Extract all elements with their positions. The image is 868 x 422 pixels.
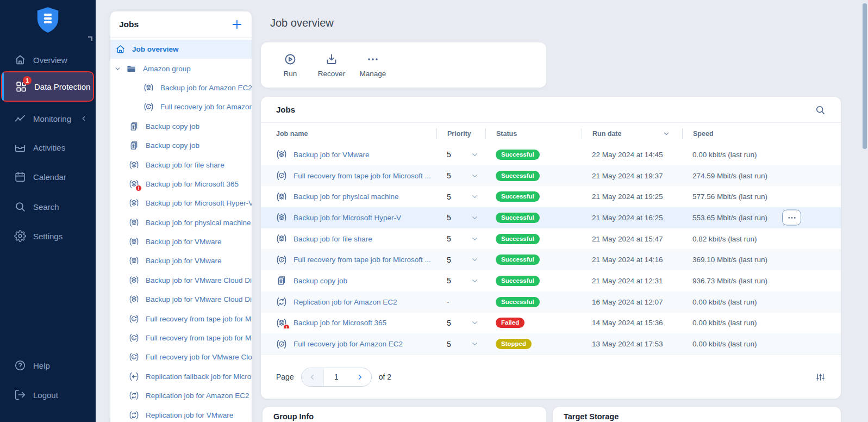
table-row[interactable]: Replication job for Amazon EC2-Successfu…	[261, 291, 841, 313]
sidebar-item-label: Activities	[33, 143, 65, 152]
sidebar-collapse-handle-icon[interactable]	[88, 34, 93, 39]
column-header-priority[interactable]: Priority	[436, 128, 485, 139]
tree-item-backup-copy-job[interactable]: Backup copy job	[110, 117, 252, 136]
recover-button[interactable]: Recover	[311, 48, 352, 83]
chevron-left-icon[interactable]	[80, 115, 88, 122]
tree-item-backup-job-for-microsoft-hyper-v[interactable]: Backup job for Microsoft Hyper-V	[110, 194, 252, 213]
chevron-down-icon[interactable]	[471, 235, 479, 243]
tree-item-label: Backup job for Microsoft 365	[146, 180, 239, 188]
job-name-link[interactable]: Backup copy job	[294, 277, 347, 285]
tree-item-job-overview[interactable]: Job overview	[110, 40, 252, 59]
job-name-link[interactable]: Full recovery from tape job for Microsof…	[294, 172, 431, 180]
tree-item-amazon-group[interactable]: Amazon group	[110, 59, 252, 78]
tree-item-backup-job-for-vmware-cloud-director[interactable]: Backup job for VMware Cloud Director	[110, 290, 252, 309]
chevron-down-icon[interactable]	[471, 172, 479, 180]
jobs-panel-title: Jobs	[119, 20, 139, 29]
tree-item-backup-copy-job[interactable]: Backup copy job	[110, 136, 252, 155]
table-row[interactable]: !Backup job for Microsoft 3655Failed14 M…	[261, 313, 841, 334]
pager-control: 1	[301, 368, 372, 387]
job-name-link[interactable]: Full recovery job for Amazon EC2	[294, 340, 403, 348]
tree-item-replication-job-for-amazon-ec2[interactable]: Replication job for Amazon EC2	[110, 386, 252, 405]
tree-item-full-recovery-job-for-vmware-cloud-director[interactable]: Full recovery job for VMware Cloud Direc…	[110, 347, 252, 367]
target-storage-title: Target Storage	[564, 412, 841, 421]
target-storage-card: Target Storage	[553, 407, 841, 422]
sidebar-item-monitoring[interactable]: Monitoring	[0, 109, 96, 128]
column-header-speed[interactable]: Speed	[682, 128, 841, 139]
sidebar-item-activities[interactable]: Activities	[0, 138, 96, 157]
run-date-cell: 21 May 2024 at 12:31	[582, 277, 682, 285]
priority-cell: 5	[436, 193, 485, 201]
vertical-scrollbar-thumb[interactable]	[863, 3, 867, 149]
sidebar-item-logout[interactable]: Logout	[0, 385, 96, 405]
job-name-link[interactable]: Full recovery from tape job for Microsof…	[294, 256, 431, 264]
chevron-down-icon[interactable]	[471, 340, 479, 348]
table-row[interactable]: Backup job for physical machine5Successf…	[261, 186, 841, 207]
job-name-link[interactable]: Backup job for file share	[294, 235, 372, 243]
run-date-cell: 21 May 2024 at 19:37	[582, 172, 682, 180]
chevron-down-icon[interactable]	[471, 319, 479, 327]
table-row[interactable]: Full recovery from tape job for Microsof…	[261, 165, 841, 187]
tree-item-backup-job-for-physical-machine[interactable]: Backup job for physical machine	[110, 213, 252, 232]
run-date-cell: 22 May 2024 at 14:45	[582, 151, 682, 159]
column-settings-sliders-icon[interactable]	[815, 372, 826, 382]
chevron-down-icon[interactable]	[471, 256, 479, 264]
job-name-cell: Backup job for file share	[276, 233, 436, 244]
table-row[interactable]: Backup job for file share5Successful21 M…	[261, 228, 841, 250]
sidebar-item-help[interactable]: Help	[0, 356, 96, 375]
settings-icon	[14, 230, 26, 242]
job-name-link[interactable]: Backup job for Microsoft 365	[294, 319, 386, 327]
row-actions-ellipsis-button[interactable]	[782, 210, 801, 226]
column-header-job-name[interactable]: Job name	[276, 128, 436, 139]
recovery-job-icon	[129, 314, 139, 324]
search-icon[interactable]	[815, 104, 826, 115]
speed-cell: 0.00 kbit/s (last run)	[682, 298, 841, 306]
tree-item-label: Replication job for Amazon EC2	[146, 392, 249, 400]
run-button[interactable]: Run	[270, 48, 311, 83]
tree-item-backup-job-for-vmware[interactable]: Backup job for VMware	[110, 232, 252, 251]
chevron-down-icon[interactable]	[471, 214, 479, 222]
job-name-cell: Full recovery job for Amazon EC2	[276, 339, 436, 350]
column-header-status[interactable]: Status	[485, 128, 582, 139]
tree-item-backup-job-for-amazon-ec2[interactable]: Backup job for Amazon EC2	[110, 78, 252, 97]
table-row[interactable]: Backup job for VMware5Successful22 May 2…	[261, 144, 841, 165]
table-row[interactable]: Backup job for Microsoft Hyper-V5Success…	[261, 207, 841, 228]
tree-item-backup-job-for-vmware-cloud-director[interactable]: Backup job for VMware Cloud Director	[110, 271, 252, 290]
table-row[interactable]: Full recovery from tape job for Microsof…	[261, 249, 841, 270]
previous-page-button[interactable]	[302, 368, 324, 386]
tree-item-replication-failback-job-for-microsoft-hyper-v[interactable]: Replication failback job for Microsoft H…	[110, 367, 252, 386]
pagination-page-label: Page	[276, 373, 294, 381]
sidebar-item-overview[interactable]: Overview	[0, 50, 96, 70]
chevron-down-icon[interactable]	[471, 277, 479, 285]
table-row[interactable]: Backup copy job5Successful21 May 2024 at…	[261, 270, 841, 291]
manage-button[interactable]: Manage	[352, 48, 394, 83]
tree-item-backup-job-for-file-share[interactable]: Backup job for file share	[110, 155, 252, 174]
column-header-run-date[interactable]: Run date	[582, 128, 682, 139]
sidebar-item-label: Help	[33, 361, 50, 370]
tree-item-full-recovery-job-for-amazon-ec2[interactable]: Full recovery job for Amazon EC2	[110, 97, 252, 116]
job-name-cell: Backup job for VMware	[276, 149, 436, 160]
tree-item-backup-job-for-microsoft-365[interactable]: !Backup job for Microsoft 365	[110, 175, 252, 194]
tree-item-replication-job-for-vmware[interactable]: Replication job for VMware	[110, 405, 252, 422]
table-row[interactable]: Full recovery job for Amazon EC25Stopped…	[261, 333, 841, 355]
status-cell: Successful	[485, 234, 582, 244]
chevron-down-icon[interactable]	[471, 151, 479, 159]
job-name-link[interactable]: Backup job for physical machine	[294, 193, 399, 201]
next-page-button[interactable]	[349, 368, 371, 386]
tree-item-full-recovery-from-tape-job-for-microsoft-365[interactable]: Full recovery from tape job for Microsof…	[110, 328, 252, 347]
column-header-label: Speed	[693, 130, 714, 138]
job-name-link[interactable]: Backup job for Microsoft Hyper-V	[294, 214, 401, 222]
sidebar-item-search[interactable]: Search	[0, 197, 96, 216]
current-page-number[interactable]: 1	[324, 368, 349, 386]
job-name-link[interactable]: Backup job for VMware	[294, 151, 370, 159]
tree-item-backup-job-for-vmware[interactable]: Backup job for VMware	[110, 251, 252, 270]
add-job-button[interactable]	[231, 18, 243, 30]
sidebar-item-settings[interactable]: Settings	[0, 226, 96, 246]
tree-item-full-recovery-from-tape-job-for-microsoft-365[interactable]: Full recovery from tape job for Microsof…	[110, 309, 252, 328]
sidebar-item-data-protection[interactable]: 1Data Protection	[1, 71, 94, 102]
speed-cell: 577.56 Mbit/s (last run)	[682, 193, 841, 201]
sidebar-item-calendar[interactable]: Calendar	[0, 167, 96, 187]
job-name-link[interactable]: Replication job for Amazon EC2	[294, 298, 397, 306]
job-name-cell: !Backup job for Microsoft 365	[276, 318, 436, 328]
column-header-label: Job name	[276, 130, 308, 138]
chevron-down-icon[interactable]	[471, 193, 479, 201]
